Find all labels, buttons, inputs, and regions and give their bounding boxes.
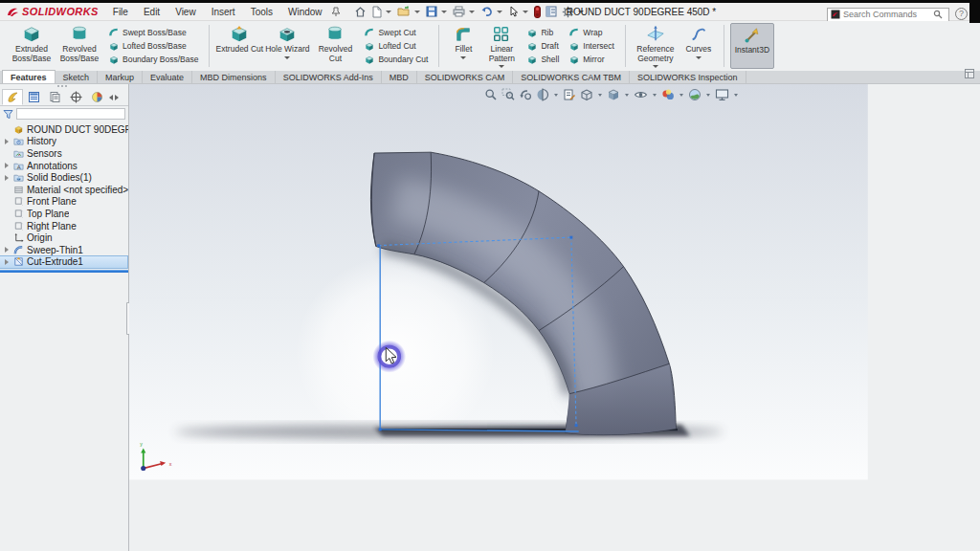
tab-evaluate[interactable]: Evaluate (143, 71, 192, 83)
curves-button[interactable]: Curves (679, 23, 718, 69)
tree-item-right-plane[interactable]: Right Plane (0, 220, 128, 232)
tree-item-cut-extrude1[interactable]: Cut-Extrude1 (0, 256, 127, 269)
tab-sketch[interactable]: Sketch (56, 71, 99, 83)
ribbon-display-options-button[interactable] (965, 65, 974, 83)
edit-appearance-dropdown-icon[interactable] (679, 94, 683, 97)
dimxpert-manager-tab[interactable] (65, 89, 86, 105)
swept-cut-button[interactable]: Swept Cut (361, 26, 431, 39)
section-view-button[interactable] (535, 87, 550, 102)
view-orientation-button[interactable] (579, 87, 594, 102)
menu-window[interactable]: Window (281, 5, 329, 19)
new-document-button[interactable] (369, 5, 384, 19)
fillet-dropdown-icon[interactable] (460, 56, 466, 59)
expand-arrow-icon[interactable] (3, 247, 11, 253)
save-button[interactable] (424, 5, 439, 18)
help-button[interactable]: ? (955, 8, 968, 20)
extruded-boss-base-button[interactable]: Extruded Boss/Base (8, 23, 56, 69)
save-dropdown-arrow-icon[interactable] (441, 11, 447, 13)
tree-item-material[interactable]: Material <not specified> (0, 184, 128, 196)
new-dropdown-arrow-icon[interactable] (386, 11, 391, 13)
tree-item-origin[interactable]: Origin (0, 231, 128, 244)
open-dropdown-arrow-icon[interactable] (414, 11, 420, 13)
menu-file[interactable]: File (106, 5, 135, 19)
undo-button[interactable] (479, 5, 495, 18)
curves-dropdown-icon[interactable] (696, 56, 702, 59)
rollback-bar[interactable] (0, 270, 128, 273)
linear-pattern-button[interactable]: Linear Pattern (481, 23, 522, 69)
edit-appearance-button[interactable] (660, 87, 676, 102)
fillet-button[interactable]: Fillet (445, 23, 481, 69)
expand-arrow-icon[interactable] (3, 259, 11, 265)
tab-mbd-dimensions[interactable]: MBD Dimensions (192, 71, 276, 83)
view-orientation-dropdown-icon[interactable] (598, 94, 602, 97)
lofted-cut-button[interactable]: Lofted Cut (361, 39, 431, 53)
tree-item-front-plane[interactable]: Front Plane (0, 196, 128, 209)
section-view-dropdown-icon[interactable] (554, 94, 558, 97)
hide-show-items-button[interactable] (633, 87, 649, 102)
boundary-cut-button[interactable]: Boundary Cut (361, 53, 431, 66)
apply-scene-dropdown-icon[interactable] (706, 94, 710, 97)
search-icon[interactable] (933, 10, 943, 19)
view-settings-button[interactable] (714, 87, 730, 102)
tab-solidworks-cam[interactable]: SOLIDWORKS CAM (417, 71, 514, 83)
rib-button[interactable]: Rib (523, 26, 562, 39)
fm-tabs-scroll-right-icon[interactable] (115, 95, 119, 100)
panel-drag-dots[interactable] (57, 85, 67, 87)
apply-scene-button[interactable] (687, 87, 702, 102)
expand-arrow-icon[interactable] (3, 139, 11, 144)
open-button[interactable] (395, 5, 412, 18)
hole-wizard-dropdown-icon[interactable] (284, 56, 290, 59)
instant3d-button[interactable]: Instant3D (730, 23, 774, 69)
print-dropdown-arrow-icon[interactable] (469, 11, 475, 13)
home-button[interactable] (352, 5, 368, 19)
reference-geometry-dropdown-icon[interactable] (653, 65, 658, 68)
fm-tabs-scroll-left-icon[interactable] (109, 95, 113, 100)
hide-show-dropdown-icon[interactable] (653, 94, 657, 97)
menu-edit[interactable]: Edit (137, 5, 167, 19)
expand-arrow-icon[interactable] (3, 163, 11, 168)
graphics-viewport[interactable]: x y (129, 84, 980, 551)
tree-item-sweep-thin1[interactable]: Sweep-Thin1 (0, 244, 128, 256)
filter-funnel-icon[interactable] (3, 109, 13, 120)
shell-button[interactable]: Shell (523, 53, 562, 66)
intersect-button[interactable]: Intersect (566, 39, 617, 53)
tab-solidworks-inspection[interactable]: SOLIDWORKS Inspection (630, 71, 746, 83)
tree-item-annotations[interactable]: A Annotations (0, 160, 128, 172)
reference-geometry-button[interactable]: Reference Geometry (632, 23, 679, 69)
tree-item-top-plane[interactable]: Top Plane (0, 208, 128, 220)
display-style-dropdown-icon[interactable] (625, 94, 629, 97)
view-settings-dropdown-icon[interactable] (734, 94, 738, 97)
tree-item-sensors[interactable]: Sensors (0, 147, 128, 160)
linear-pattern-dropdown-icon[interactable] (499, 65, 504, 68)
menu-insert[interactable]: Insert (205, 5, 242, 19)
expand-arrow-icon[interactable] (3, 175, 11, 181)
tab-solidworks-cam-tbm[interactable]: SOLIDWORKS CAM TBM (513, 71, 630, 83)
tab-mbd[interactable]: MBD (382, 71, 417, 83)
tab-markup[interactable]: Markup (98, 71, 143, 83)
menu-tools[interactable]: Tools (244, 5, 279, 19)
draft-button[interactable]: Draft (523, 39, 562, 53)
zoom-to-area-button[interactable] (501, 87, 516, 102)
configuration-manager-tab[interactable] (44, 89, 65, 105)
search-input[interactable] (843, 10, 930, 19)
tab-features[interactable]: Features (2, 70, 56, 83)
hole-wizard-button[interactable]: Hole Wizard (263, 23, 311, 69)
display-style-button[interactable] (606, 87, 621, 102)
tree-filter-input[interactable] (16, 108, 125, 120)
tree-root[interactable]: ROUND DUCT 90DEGREE 450D (Defau (0, 123, 128, 136)
menu-view[interactable]: View (168, 5, 203, 19)
boundary-boss-base-button[interactable]: Boundary Boss/Base (105, 53, 201, 66)
print-button[interactable] (451, 5, 467, 18)
tree-item-history[interactable]: History (0, 136, 128, 148)
previous-view-button[interactable] (518, 87, 533, 102)
swept-boss-base-button[interactable]: Swept Boss/Base (105, 26, 201, 39)
lofted-boss-base-button[interactable]: Lofted Boss/Base (105, 39, 201, 53)
property-manager-tab[interactable] (23, 89, 44, 105)
feature-tree-tab[interactable] (2, 89, 23, 105)
revolved-boss-base-button[interactable]: Revolved Boss/Base (56, 23, 103, 69)
menu-pin-icon[interactable] (331, 7, 341, 17)
mirror-button[interactable]: Mirror (566, 53, 617, 66)
tab-solidworks-add-ins[interactable]: SOLIDWORKS Add-Ins (276, 71, 382, 83)
tree-item-solid-bodies[interactable]: Solid Bodies(1) (0, 171, 128, 184)
zoom-to-fit-button[interactable] (483, 87, 499, 102)
